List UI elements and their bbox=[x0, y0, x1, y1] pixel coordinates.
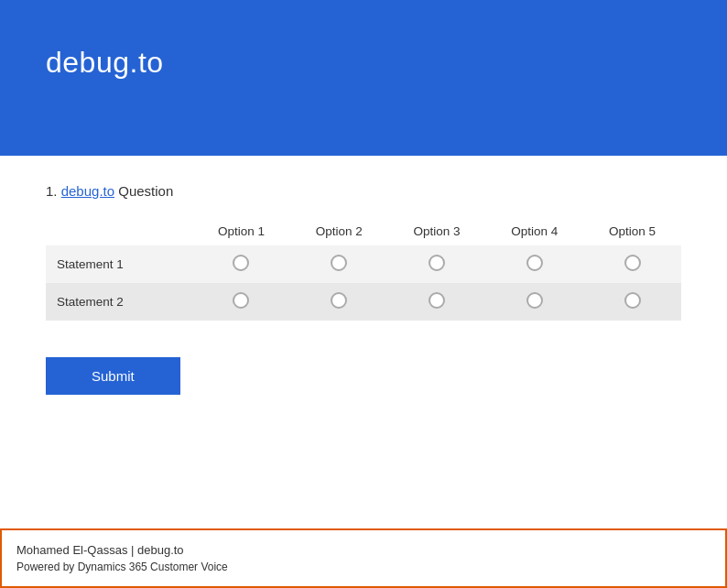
col-header-blank bbox=[46, 217, 192, 245]
cell-1-3 bbox=[388, 245, 486, 283]
question-label: 1. debug.to Question bbox=[46, 183, 681, 199]
radio-2-1[interactable] bbox=[233, 292, 249, 309]
cell-2-5 bbox=[583, 283, 681, 321]
row-label-1: Statement 1 bbox=[46, 245, 192, 283]
header-title: debug.to bbox=[46, 46, 164, 80]
cell-1-4 bbox=[485, 245, 583, 283]
radio-1-1[interactable] bbox=[233, 255, 249, 271]
page-wrapper: debug.to 1. debug.to Question Option 1 O… bbox=[0, 0, 727, 588]
cell-2-2 bbox=[290, 283, 388, 321]
cell-2-3 bbox=[388, 283, 486, 321]
cell-1-5 bbox=[583, 245, 681, 283]
submit-button[interactable]: Submit bbox=[46, 357, 180, 395]
question-text: Question bbox=[118, 183, 173, 199]
radio-2-4[interactable] bbox=[526, 292, 543, 309]
table-row: Statement 2 bbox=[46, 283, 681, 321]
col-header-4: Option 4 bbox=[485, 217, 583, 245]
radio-2-5[interactable] bbox=[624, 292, 641, 309]
row-label-2: Statement 2 bbox=[46, 283, 192, 321]
radio-1-3[interactable] bbox=[429, 255, 445, 271]
col-header-2: Option 2 bbox=[290, 217, 388, 245]
main-content: 1. debug.to Question Option 1 Option 2 O… bbox=[0, 156, 727, 413]
col-header-5: Option 5 bbox=[583, 217, 681, 245]
footer: Mohamed El-Qassas | debug.to Powered by … bbox=[0, 528, 727, 588]
radio-1-2[interactable] bbox=[331, 255, 347, 271]
cell-1-1 bbox=[192, 245, 290, 283]
col-header-1: Option 1 bbox=[192, 217, 290, 245]
question-number: 1. bbox=[46, 183, 58, 199]
question-link[interactable]: debug.to bbox=[61, 183, 114, 199]
radio-1-5[interactable] bbox=[624, 255, 641, 271]
matrix-table: Option 1 Option 2 Option 3 Option 4 Opti… bbox=[46, 217, 681, 321]
cell-1-2 bbox=[290, 245, 388, 283]
cell-2-1 bbox=[192, 283, 290, 321]
footer-name: Mohamed El-Qassas | debug.to bbox=[16, 543, 711, 557]
radio-2-3[interactable] bbox=[429, 292, 445, 309]
table-row: Statement 1 bbox=[46, 245, 681, 283]
radio-1-4[interactable] bbox=[526, 255, 543, 271]
col-header-3: Option 3 bbox=[388, 217, 486, 245]
radio-2-2[interactable] bbox=[331, 292, 347, 309]
cell-2-4 bbox=[485, 283, 583, 321]
footer-powered: Powered by Dynamics 365 Customer Voice bbox=[16, 561, 711, 573]
header: debug.to bbox=[0, 0, 727, 156]
table-header-row: Option 1 Option 2 Option 3 Option 4 Opti… bbox=[46, 217, 681, 245]
